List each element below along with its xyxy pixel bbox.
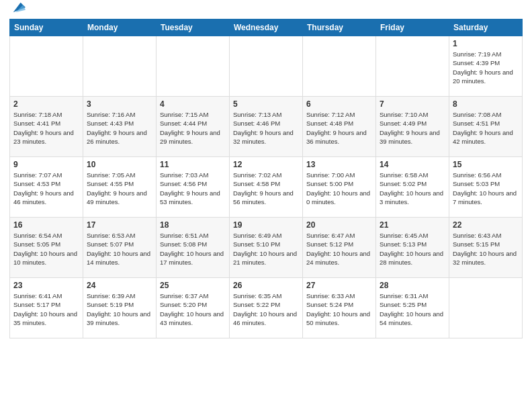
day-cell: 16Sunrise: 6:54 AM Sunset: 5:05 PM Dayli… [10, 218, 83, 278]
day-cell: 10Sunrise: 7:05 AM Sunset: 4:55 PM Dayli… [83, 157, 157, 218]
day-number: 15 [453, 160, 519, 169]
day-info: Sunrise: 7:16 AM Sunset: 4:43 PM Dayligh… [87, 110, 152, 146]
day-cell [83, 36, 157, 97]
day-info: Sunrise: 6:47 AM Sunset: 5:12 PM Dayligh… [306, 231, 372, 267]
weekday-header-friday: Friday [376, 19, 449, 36]
day-cell: 23Sunrise: 6:41 AM Sunset: 5:17 PM Dayli… [10, 278, 83, 338]
day-cell: 9Sunrise: 7:07 AM Sunset: 4:53 PM Daylig… [10, 157, 83, 218]
day-number: 26 [233, 281, 299, 290]
logo-icon [11, 0, 26, 15]
day-cell: 2Sunrise: 7:18 AM Sunset: 4:41 PM Daylig… [10, 97, 83, 157]
day-cell: 17Sunrise: 6:53 AM Sunset: 5:07 PM Dayli… [83, 218, 157, 278]
day-info: Sunrise: 6:54 AM Sunset: 5:05 PM Dayligh… [13, 231, 79, 267]
day-cell [449, 278, 523, 338]
day-cell: 24Sunrise: 6:39 AM Sunset: 5:19 PM Dayli… [83, 278, 157, 338]
weekday-header-thursday: Thursday [303, 19, 376, 36]
day-cell: 4Sunrise: 7:15 AM Sunset: 4:44 PM Daylig… [157, 97, 230, 157]
day-cell: 18Sunrise: 6:51 AM Sunset: 5:08 PM Dayli… [157, 218, 230, 278]
day-cell: 3Sunrise: 7:16 AM Sunset: 4:43 PM Daylig… [83, 97, 157, 157]
day-info: Sunrise: 7:12 AM Sunset: 4:48 PM Dayligh… [306, 110, 372, 146]
day-cell [303, 36, 376, 97]
day-cell: 8Sunrise: 7:08 AM Sunset: 4:51 PM Daylig… [449, 97, 523, 157]
week-row-1: 1Sunrise: 7:19 AM Sunset: 4:39 PM Daylig… [10, 36, 523, 97]
day-info: Sunrise: 6:37 AM Sunset: 5:20 PM Dayligh… [160, 291, 226, 327]
day-cell [157, 36, 230, 97]
weekday-header-row: SundayMondayTuesdayWednesdayThursdayFrid… [10, 19, 523, 36]
weekday-header-sunday: Sunday [10, 19, 83, 36]
day-cell [230, 36, 303, 97]
day-info: Sunrise: 6:39 AM Sunset: 5:19 PM Dayligh… [87, 291, 152, 327]
day-number: 12 [233, 160, 299, 169]
day-cell: 27Sunrise: 6:33 AM Sunset: 5:24 PM Dayli… [303, 278, 376, 338]
day-number: 7 [380, 99, 445, 109]
day-cell: 22Sunrise: 6:43 AM Sunset: 5:15 PM Dayli… [449, 218, 523, 278]
day-info: Sunrise: 6:56 AM Sunset: 5:03 PM Dayligh… [453, 171, 519, 206]
day-cell: 5Sunrise: 7:13 AM Sunset: 4:46 PM Daylig… [230, 97, 303, 157]
day-number: 8 [453, 99, 519, 109]
day-info: Sunrise: 6:31 AM Sunset: 5:25 PM Dayligh… [380, 291, 445, 327]
day-cell: 28Sunrise: 6:31 AM Sunset: 5:25 PM Dayli… [376, 278, 449, 338]
day-info: Sunrise: 7:18 AM Sunset: 4:41 PM Dayligh… [13, 110, 79, 146]
page: SundayMondayTuesdayWednesdayThursdayFrid… [0, 0, 532, 348]
day-cell: 7Sunrise: 7:10 AM Sunset: 4:49 PM Daylig… [376, 97, 449, 157]
day-info: Sunrise: 7:05 AM Sunset: 4:55 PM Dayligh… [87, 171, 152, 206]
day-cell: 25Sunrise: 6:37 AM Sunset: 5:20 PM Dayli… [157, 278, 230, 338]
day-info: Sunrise: 6:51 AM Sunset: 5:08 PM Dayligh… [160, 231, 226, 267]
day-number: 10 [87, 160, 152, 169]
day-number: 13 [306, 160, 372, 169]
day-info: Sunrise: 7:00 AM Sunset: 5:00 PM Dayligh… [306, 171, 372, 206]
day-cell [10, 36, 83, 97]
day-number: 18 [160, 220, 226, 230]
day-info: Sunrise: 7:07 AM Sunset: 4:53 PM Dayligh… [13, 171, 79, 206]
logo [9, 7, 26, 15]
day-cell [376, 36, 449, 97]
day-number: 11 [160, 160, 226, 169]
day-number: 6 [306, 99, 372, 109]
day-info: Sunrise: 7:15 AM Sunset: 4:44 PM Dayligh… [160, 110, 226, 146]
weekday-header-monday: Monday [83, 19, 157, 36]
day-number: 23 [13, 281, 79, 290]
day-cell: 11Sunrise: 7:03 AM Sunset: 4:56 PM Dayli… [157, 157, 230, 218]
day-cell: 15Sunrise: 6:56 AM Sunset: 5:03 PM Dayli… [449, 157, 523, 218]
weekday-header-tuesday: Tuesday [157, 19, 230, 36]
day-number: 3 [87, 99, 152, 109]
day-cell: 21Sunrise: 6:45 AM Sunset: 5:13 PM Dayli… [376, 218, 449, 278]
day-cell: 14Sunrise: 6:58 AM Sunset: 5:02 PM Dayli… [376, 157, 449, 218]
day-cell: 13Sunrise: 7:00 AM Sunset: 5:00 PM Dayli… [303, 157, 376, 218]
day-info: Sunrise: 6:58 AM Sunset: 5:02 PM Dayligh… [380, 171, 445, 206]
day-number: 2 [13, 99, 79, 109]
day-cell: 12Sunrise: 7:02 AM Sunset: 4:58 PM Dayli… [230, 157, 303, 218]
day-number: 4 [160, 99, 226, 109]
calendar: SundayMondayTuesdayWednesdayThursdayFrid… [9, 19, 523, 338]
day-info: Sunrise: 6:35 AM Sunset: 5:22 PM Dayligh… [233, 291, 299, 327]
day-info: Sunrise: 6:43 AM Sunset: 5:15 PM Dayligh… [453, 231, 519, 267]
day-info: Sunrise: 6:41 AM Sunset: 5:17 PM Dayligh… [13, 291, 79, 327]
day-info: Sunrise: 6:33 AM Sunset: 5:24 PM Dayligh… [306, 291, 372, 327]
day-number: 16 [13, 220, 79, 230]
day-cell: 26Sunrise: 6:35 AM Sunset: 5:22 PM Dayli… [230, 278, 303, 338]
day-info: Sunrise: 7:13 AM Sunset: 4:46 PM Dayligh… [233, 110, 299, 146]
day-info: Sunrise: 6:53 AM Sunset: 5:07 PM Dayligh… [87, 231, 152, 267]
week-row-2: 2Sunrise: 7:18 AM Sunset: 4:41 PM Daylig… [10, 97, 523, 157]
day-info: Sunrise: 6:45 AM Sunset: 5:13 PM Dayligh… [380, 231, 445, 267]
day-number: 9 [13, 160, 79, 169]
day-number: 5 [233, 99, 299, 109]
day-info: Sunrise: 7:08 AM Sunset: 4:51 PM Dayligh… [453, 110, 519, 146]
day-cell: 6Sunrise: 7:12 AM Sunset: 4:48 PM Daylig… [303, 97, 376, 157]
day-cell: 1Sunrise: 7:19 AM Sunset: 4:39 PM Daylig… [449, 36, 523, 97]
day-cell: 20Sunrise: 6:47 AM Sunset: 5:12 PM Dayli… [303, 218, 376, 278]
day-number: 22 [453, 220, 519, 230]
day-number: 1 [453, 39, 519, 48]
day-info: Sunrise: 7:10 AM Sunset: 4:49 PM Dayligh… [380, 110, 445, 146]
day-info: Sunrise: 7:02 AM Sunset: 4:58 PM Dayligh… [233, 171, 299, 206]
day-number: 20 [306, 220, 372, 230]
day-number: 27 [306, 281, 372, 290]
day-number: 24 [87, 281, 152, 290]
day-info: Sunrise: 6:49 AM Sunset: 5:10 PM Dayligh… [233, 231, 299, 267]
header [9, 7, 523, 15]
day-number: 17 [87, 220, 152, 230]
weekday-header-saturday: Saturday [449, 19, 523, 36]
day-number: 28 [380, 281, 445, 290]
weekday-header-wednesday: Wednesday [230, 19, 303, 36]
day-number: 21 [380, 220, 445, 230]
